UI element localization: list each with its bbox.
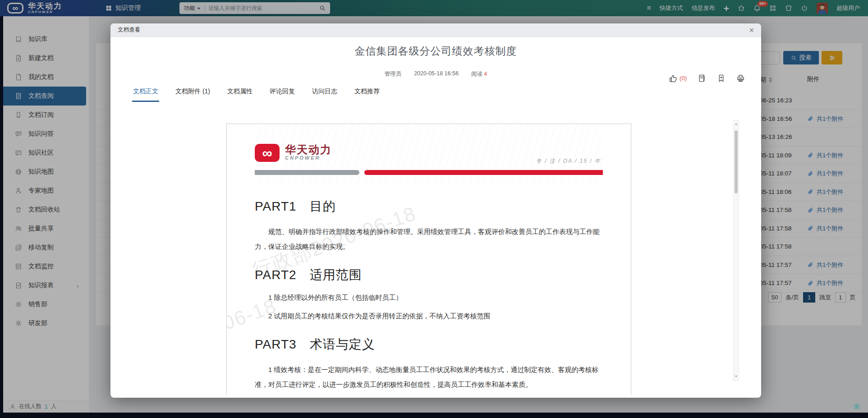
- document-letterhead: ∞ 华天动力 CNPOWER 专 / 注 / OA / 15 / 年: [255, 124, 603, 185]
- modal-titlebar: 文档查看 ×: [110, 23, 761, 37]
- tab-document-body[interactable]: 文档正文: [133, 87, 158, 102]
- document-tabs: 文档正文 文档附件 (1) 文档属性 评论回复 访问日志 文档推荐: [133, 87, 380, 102]
- section-list-item: 1 除总经理以外的所有员工（包括临时员工）: [255, 290, 603, 305]
- publish-time: 2020-05-18 16:56: [414, 70, 459, 78]
- document-view-modal: 文档查看 × 金信集团各级分公司绩效考核制度 管理员 2020-05-18 16…: [110, 23, 761, 398]
- document-page: ∞ 华天动力 CNPOWER 专 / 注 / OA / 15 / 年 PART1…: [226, 124, 631, 395]
- tab-comments[interactable]: 评论回复: [270, 87, 295, 102]
- author-label: 管理员: [385, 70, 402, 78]
- printer-icon: [736, 74, 745, 83]
- tab-attachments[interactable]: 文档附件 (1): [175, 87, 210, 102]
- bookmark-star-icon: [717, 74, 726, 83]
- notes-button[interactable]: [698, 74, 706, 83]
- section-list-item: 2 试用期员工的考核结果仅作为是否录用转正的依据，不纳入工资考核范围: [255, 308, 603, 323]
- tab-recommend[interactable]: 文档推荐: [354, 87, 380, 102]
- thumbs-up-icon: [669, 74, 677, 83]
- print-button[interactable]: [736, 74, 745, 83]
- section-paragraph: 规范、明确并指导行政部绩效考核的操作和管理。采用绩效管理工具，客观评价和改善员工…: [255, 224, 603, 254]
- read-count: 阅读 4: [471, 70, 487, 78]
- tab-access-log[interactable]: 访问日志: [312, 87, 337, 102]
- tab-properties[interactable]: 文档属性: [227, 87, 253, 102]
- letterhead-brand: 华天动力: [285, 144, 332, 155]
- document-actions: (0): [669, 74, 745, 83]
- document-viewport: ∞ 华天动力 CNPOWER 专 / 注 / OA / 15 / 年 PART1…: [110, 107, 750, 395]
- scrollbar-thumb[interactable]: [735, 130, 738, 193]
- section-heading: PART3 术语与定义: [255, 336, 603, 353]
- document-meta: 管理员 2020-05-18 16:56 阅读 4: [110, 70, 761, 78]
- section-paragraph: 1 绩效考核：是在一定期间内科学、动态地衡量员工工作状况和效果的考核方式，通过制…: [255, 362, 603, 392]
- section-heading: PART2 适用范围: [255, 266, 603, 284]
- modal-title-label: 文档查看: [118, 26, 140, 34]
- document-title: 金信集团各级分公司绩效考核制度: [110, 44, 761, 58]
- document-scrollbar[interactable]: ▲ ▼: [733, 120, 739, 381]
- scroll-down-icon[interactable]: ▼: [734, 374, 739, 379]
- journal-icon: [698, 74, 706, 83]
- like-button[interactable]: (0): [669, 74, 687, 83]
- letterhead-slogan: 专 / 注 / OA / 15 / 年: [536, 157, 601, 165]
- close-icon[interactable]: ×: [749, 26, 754, 34]
- section-heading: PART1 目的: [255, 198, 603, 215]
- letterhead-brand-sub: CNPOWER: [285, 155, 332, 161]
- letterhead-rule: [255, 170, 603, 175]
- scroll-up-icon[interactable]: ▲: [734, 122, 739, 126]
- cnpower-logo-icon: ∞: [255, 144, 280, 162]
- favorite-button[interactable]: [717, 74, 726, 83]
